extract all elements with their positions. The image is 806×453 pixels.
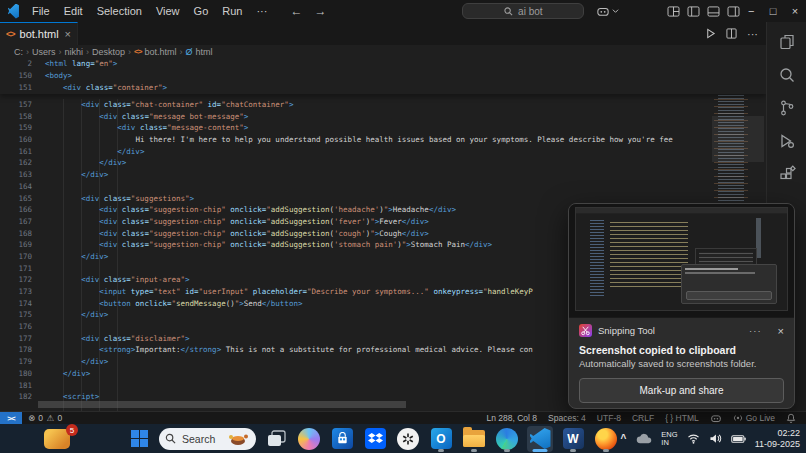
problems-errors[interactable]: ⊗0 — [28, 413, 43, 423]
panel-bottom-icon[interactable] — [707, 6, 720, 17]
code-line: 164 — [0, 181, 766, 193]
copilot-status-icon[interactable] — [710, 413, 722, 423]
explorer-icon[interactable] — [777, 32, 797, 52]
breadcrumb-users[interactable]: Users — [32, 47, 56, 57]
search-icon — [165, 433, 176, 444]
screenshot-thumbnail[interactable] — [569, 204, 794, 318]
editor-more-actions-icon[interactable]: ··· — [747, 28, 758, 40]
copilot-button[interactable] — [296, 426, 322, 452]
search-doodle-icon — [226, 431, 250, 447]
menu-file[interactable]: File — [25, 0, 57, 22]
snipping-tool-icon — [579, 324, 592, 337]
outlook-button[interactable]: O — [428, 426, 454, 452]
tab-bot-html[interactable]: <> bot.html × — [0, 22, 78, 45]
code-line: 163</div> — [0, 169, 766, 181]
layout-grid-icon[interactable] — [667, 6, 680, 17]
maximize-button[interactable]: □ — [762, 0, 784, 22]
battery-icon[interactable] — [731, 434, 746, 444]
menu-more[interactable]: ··· — [249, 0, 274, 22]
tray-overflow-button[interactable]: ^ — [621, 433, 627, 444]
toast-more-icon[interactable]: ··· — [749, 325, 762, 336]
extensions-icon[interactable] — [777, 164, 797, 184]
outlook-icon: O — [431, 428, 452, 449]
clock[interactable]: 02:2211-09-2025 — [755, 428, 800, 449]
horizontal-scrollbar[interactable] — [38, 401, 406, 408]
menu-run[interactable]: Run — [215, 0, 249, 22]
copilot-icon — [596, 5, 610, 17]
taskbar: 5 Search O W ^ ENGIN 02:2211-09-2025 — [0, 424, 806, 453]
firefox-button[interactable] — [593, 426, 619, 452]
breadcrumb-drive[interactable]: C: — [14, 47, 23, 57]
panel-left-icon[interactable] — [687, 6, 700, 17]
menu-selection[interactable]: Selection — [90, 0, 149, 22]
panel-right-icon[interactable] — [727, 6, 740, 17]
remote-indicator[interactable]: >< — [0, 412, 22, 425]
language-mode[interactable]: { } HTML — [665, 413, 699, 423]
chatgpt-button[interactable] — [395, 426, 421, 452]
word-button[interactable]: W — [560, 426, 586, 452]
vscode-taskbar-button[interactable] — [527, 426, 553, 452]
edge-button[interactable] — [494, 426, 520, 452]
dropbox-icon — [365, 428, 386, 449]
file-explorer-icon — [463, 430, 485, 447]
task-view-icon — [267, 430, 286, 447]
split-editor-icon[interactable] — [726, 28, 737, 39]
tab-close-icon[interactable]: × — [65, 28, 71, 40]
toast-app-name: Snipping Tool — [598, 325, 655, 336]
task-view-button[interactable] — [263, 426, 289, 452]
start-button[interactable] — [126, 426, 152, 452]
minimap-slider[interactable] — [712, 116, 764, 162]
command-search-box[interactable]: ai bot — [462, 3, 584, 19]
problems-warnings[interactable]: ⚠0 — [47, 413, 62, 423]
breadcrumb-symbol-html[interactable]: html — [195, 47, 212, 57]
language-indicator[interactable]: ENGIN — [661, 431, 677, 447]
start-icon — [131, 430, 148, 447]
store-button[interactable] — [329, 426, 355, 452]
tabbar: <> bot.html × ··· — [0, 22, 766, 45]
search-icon[interactable] — [777, 65, 797, 85]
file-explorer-button[interactable] — [461, 426, 487, 452]
menu-go[interactable]: Go — [187, 0, 216, 22]
cursor-position[interactable]: Ln 288, Col 8 — [486, 413, 537, 423]
eol-sequence[interactable]: CRLF — [632, 413, 654, 423]
widgets-button[interactable]: 5 — [44, 427, 76, 450]
search-placeholder: Search — [182, 433, 215, 445]
toast-body: Automatically saved to screenshots folde… — [569, 356, 794, 369]
run-button[interactable] — [705, 28, 716, 39]
taskbar-search-box[interactable]: Search — [159, 428, 256, 450]
snipping-tool-toast: Snipping Tool ··· × Screenshot copied to… — [568, 203, 795, 409]
close-button[interactable]: × — [784, 0, 806, 22]
menu-edit[interactable]: Edit — [57, 0, 90, 22]
code-line: 150<body> — [0, 70, 766, 82]
go-live-button[interactable]: Go Live — [733, 413, 775, 423]
warning-icon: ⚠ — [47, 413, 55, 423]
chatgpt-icon — [397, 428, 419, 450]
copilot-menu[interactable] — [596, 5, 619, 17]
back-arrow-icon[interactable]: ← — [290, 4, 302, 18]
html-file-icon: <> — [6, 29, 15, 39]
copilot-icon — [298, 428, 320, 450]
code-line: 161</div> — [0, 146, 766, 158]
broadcast-icon — [733, 413, 743, 423]
menu-view[interactable]: View — [149, 0, 187, 22]
volume-icon[interactable] — [709, 433, 722, 444]
breadcrumb-separator: › — [26, 47, 29, 57]
breadcrumb-desktop[interactable]: Desktop — [92, 47, 125, 57]
onedrive-icon[interactable] — [635, 433, 652, 444]
forward-arrow-icon[interactable]: → — [314, 4, 326, 18]
wifi-icon[interactable] — [687, 433, 700, 444]
breadcrumb-file[interactable]: bot.html — [144, 47, 176, 57]
run-debug-icon[interactable] — [777, 131, 797, 151]
dropbox-button[interactable] — [362, 426, 388, 452]
indentation[interactable]: Spaces: 4 — [548, 413, 586, 423]
minimize-button[interactable]: − — [740, 0, 762, 22]
markup-share-button[interactable]: Mark-up and share — [579, 378, 784, 403]
mini-vscode-preview — [575, 207, 788, 311]
toast-close-icon[interactable]: × — [778, 325, 784, 337]
source-control-icon[interactable] — [777, 98, 797, 118]
titlebar: File Edit Selection View Go Run ··· ← → … — [0, 0, 806, 22]
breadcrumb-nikhi[interactable]: nikhi — [65, 47, 84, 57]
vscode-logo-icon[interactable] — [8, 4, 19, 19]
notifications-bell-icon[interactable] — [786, 413, 796, 423]
encoding[interactable]: UTF-8 — [597, 413, 621, 423]
